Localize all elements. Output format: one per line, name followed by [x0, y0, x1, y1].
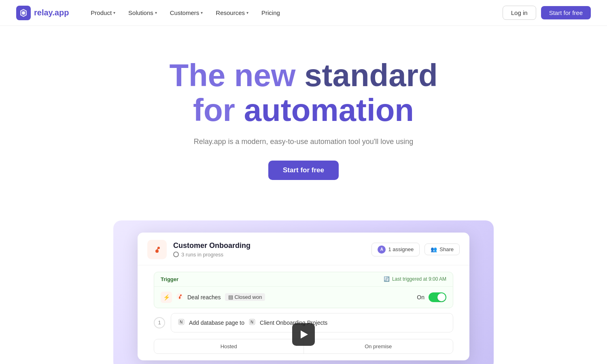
hosted-cell: Hosted — [154, 339, 304, 353]
trigger-left: ⚡ Deal reaches — [161, 292, 265, 303]
svg-text:N: N — [180, 320, 183, 324]
step-number: 1 — [154, 317, 165, 328]
hero-title: The new standard for automation — [169, 58, 437, 128]
start-for-free-button[interactable]: Start for free — [541, 6, 591, 19]
chevron-down-icon: ▾ — [155, 11, 157, 15]
refresh-icon: 🔄 — [384, 276, 390, 282]
hubspot-small-icon — [176, 293, 183, 302]
notion-icon-2: N — [248, 318, 256, 327]
nav-pricing[interactable]: Pricing — [256, 6, 286, 19]
tag-icon: ▤ — [228, 294, 233, 300]
workflow-header-left: Customer Onboarding 3 runs in progress — [147, 240, 250, 259]
hero-cta-button[interactable]: Start for free — [268, 161, 339, 180]
lightning-icon: ⚡ — [161, 292, 172, 303]
workflow-header-right: A 1 assignee 👥 Share — [371, 243, 460, 256]
workflow-title: Customer Onboarding — [173, 241, 250, 250]
trigger-condition-text: Deal reaches — [187, 294, 221, 301]
navbar: relay.app Product ▾ Solutions ▾ Customer… — [0, 0, 607, 26]
share-icon: 👥 — [431, 246, 437, 252]
nav-solutions[interactable]: Solutions ▾ — [123, 6, 163, 19]
workflow-info: Customer Onboarding 3 runs in progress — [173, 241, 250, 258]
trigger-toggle[interactable] — [429, 292, 446, 302]
nav-customers[interactable]: Customers ▾ — [164, 6, 209, 19]
chevron-down-icon: ▾ — [201, 11, 203, 15]
app-preview-container: Customer Onboarding 3 runs in progress A… — [113, 220, 494, 364]
trigger-tag: ▤ Closed won — [225, 293, 265, 301]
chevron-down-icon: ▾ — [246, 11, 248, 15]
logo[interactable]: relay.app — [16, 6, 69, 20]
trigger-header: Trigger 🔄 Last triggered at 9:00 AM — [154, 272, 453, 287]
brand-name: relay.app — [34, 8, 69, 17]
app-preview-wrapper: Customer Onboarding 3 runs in progress A… — [0, 220, 607, 364]
status-indicator-icon — [173, 252, 179, 257]
svg-point-0 — [22, 11, 25, 15]
login-button[interactable]: Log in — [503, 6, 536, 20]
play-icon — [301, 330, 308, 339]
trigger-row: ⚡ Deal reaches — [154, 287, 453, 308]
trigger-label: Trigger — [161, 276, 178, 282]
share-button[interactable]: 👥 Share — [424, 243, 460, 255]
on-premise-cell: On premise — [304, 339, 453, 353]
video-play-button[interactable] — [292, 323, 315, 346]
trigger-section: Trigger 🔄 Last triggered at 9:00 AM ⚡ — [154, 272, 453, 308]
svg-text:N: N — [250, 320, 253, 324]
hubspot-logo-icon — [147, 240, 167, 259]
nav-actions: Log in Start for free — [503, 6, 591, 20]
notion-icon: N — [178, 318, 185, 327]
nav-resources[interactable]: Resources ▾ — [210, 6, 254, 19]
workflow-status: 3 runs in progress — [173, 252, 250, 258]
trigger-right: On — [417, 292, 446, 302]
chevron-down-icon: ▾ — [113, 11, 115, 15]
nav-links: Product ▾ Solutions ▾ Customers ▾ Resour… — [85, 6, 502, 19]
workflow-header: Customer Onboarding 3 runs in progress A… — [138, 233, 469, 265]
hero-section: The new standard for automation Relay.ap… — [0, 26, 607, 220]
logo-icon — [16, 6, 31, 20]
nav-product[interactable]: Product ▾ — [85, 6, 121, 19]
hero-subtitle: Relay.app is a modern, easy-to-use autom… — [194, 138, 413, 146]
assignee-avatar: A — [378, 245, 386, 254]
trigger-time: 🔄 Last triggered at 9:00 AM — [384, 276, 446, 282]
assignee-button[interactable]: A 1 assignee — [371, 243, 420, 256]
workflow-area: Trigger 🔄 Last triggered at 9:00 AM ⚡ — [138, 265, 469, 360]
